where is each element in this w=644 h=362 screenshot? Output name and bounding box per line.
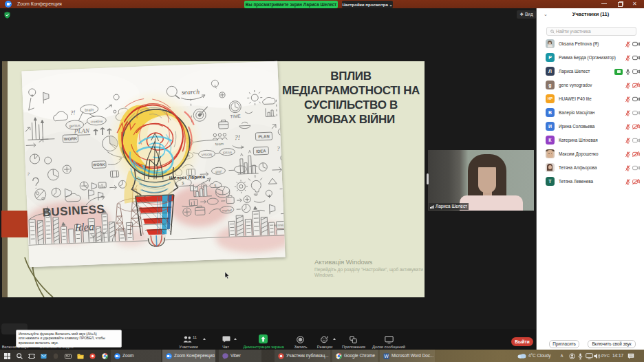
svg-text:TIME: TIME (230, 114, 241, 119)
svg-text:WORK: WORK (64, 136, 78, 141)
svg-text:PLAN: PLAN (74, 127, 90, 135)
svg-text:PLAN: PLAN (258, 134, 270, 139)
svg-text:Idea: Idea (74, 221, 94, 233)
svg-text:IDEA: IDEA (256, 149, 266, 153)
svg-text:BUSINESS: BUSINESS (274, 223, 286, 227)
svg-text:IDEAS: IDEAS (223, 151, 232, 155)
svg-text:?!: ?! (70, 109, 76, 116)
svg-text:search: search (182, 87, 200, 96)
svg-text:market: market (222, 209, 233, 213)
svg-text:goal: goal (215, 170, 222, 173)
svg-text:team: team (215, 142, 224, 147)
svg-text:?: ? (277, 145, 280, 152)
svg-text:VISION: VISION (202, 153, 213, 157)
svg-text:brain: brain (85, 107, 94, 112)
svg-text:$: $ (214, 183, 216, 187)
svg-text:W: W (384, 354, 389, 359)
svg-text:?!: ?! (234, 134, 240, 141)
svg-text:WORK: WORK (93, 162, 105, 167)
svg-text:creative: creative (91, 119, 103, 124)
